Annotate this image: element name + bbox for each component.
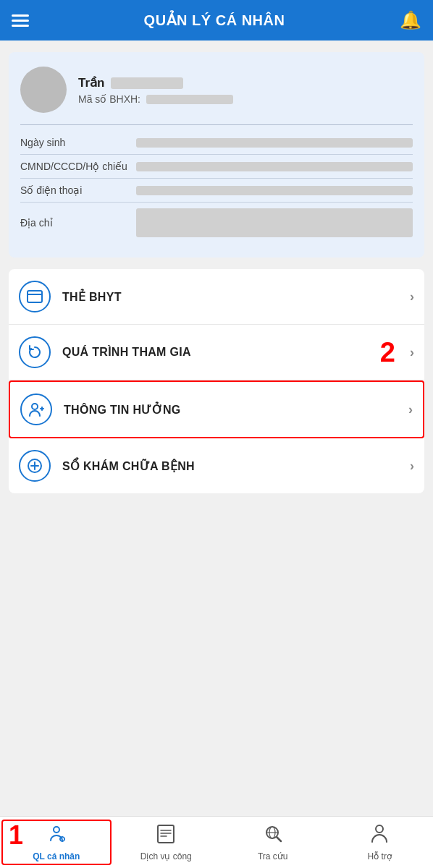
svg-point-2 (32, 404, 38, 409)
chevron-icon: › (408, 402, 413, 417)
tab-label-dich-vu-cong: Dịch vụ công (140, 851, 192, 861)
chevron-icon: › (410, 459, 414, 474)
tab-dich-vu-cong[interactable]: Dịch vụ công (113, 817, 220, 868)
profile-row-ngày-sinh: Ngày sinh (20, 131, 413, 155)
svg-rect-0 (28, 291, 42, 302)
profile-name: Trần (78, 75, 413, 90)
svg-point-22 (376, 825, 383, 833)
profile-row-số-điện-thoại: Số điện thoại (20, 179, 413, 203)
menu-item-so-kham[interactable]: SỔ KHÁM CHỮA BỆNH› (9, 438, 424, 493)
tab-icon-ho-tro (370, 823, 389, 848)
chevron-icon: › (410, 345, 414, 360)
tab-tra-cuu[interactable]: Tra cứu (219, 817, 327, 868)
menu-label-the-bhyt: THẺ BHYT (62, 290, 410, 304)
profile-row-địa-chỉ: Địa chỉ (20, 203, 413, 243)
tab-icon-ql-ca-nhan (46, 823, 67, 848)
menu-icon-thong-tin-huong (20, 393, 52, 425)
field-value-blur (136, 162, 413, 171)
field-value-blur (136, 186, 413, 195)
profile-row-cmnd-cccd-hộ-chiếu: CMND/CCCD/Hộ chiếu (20, 155, 413, 179)
field-value-blur (136, 138, 413, 148)
profile-divider (20, 124, 413, 125)
menu-items-container: THẺ BHYT›QUÁ TRÌNH THAM GIA2›THÔNG TIN H… (9, 269, 424, 493)
tab-label-ql-ca-nhan: QL cá nhân (33, 851, 80, 861)
page-title: QUẢN LÝ CÁ NHÂN (144, 12, 285, 29)
field-label: Ngày sinh (20, 137, 136, 148)
field-value-blur (136, 208, 413, 237)
menu-item-qua-trinh[interactable]: QUÁ TRÌNH THAM GIA2› (9, 325, 424, 380)
tab-icon-tra-cuu (263, 823, 283, 848)
svg-point-8 (54, 827, 59, 833)
bell-icon[interactable]: 🔔 (400, 10, 421, 30)
field-label: Số điện thoại (20, 184, 136, 196)
tab-bar: 1QL cá nhânDịch vụ côngTra cứuHỗ trợ (0, 816, 433, 868)
profile-fields: Ngày sinhCMND/CCCD/Hộ chiếuSố điện thoại… (20, 131, 413, 243)
profile-card: Trần Mã số BHXH: Ngày sinhCMND/CCCD/Hộ c… (9, 52, 424, 258)
menu-icon-so-kham (19, 450, 51, 482)
svg-line-19 (277, 837, 281, 841)
tab-badge-1: 1 (9, 822, 23, 848)
menu-label-so-kham: SỔ KHÁM CHỮA BỆNH (62, 459, 410, 473)
bhxh-value-blur (146, 95, 233, 104)
svg-rect-14 (158, 825, 174, 843)
menu-icon-the-bhyt (19, 281, 51, 312)
hamburger-menu[interactable] (12, 14, 29, 27)
menu-label-thong-tin-huong: THÔNG TIN HƯỞNG (64, 403, 408, 417)
tab-label-ho-tro: Hỗ trợ (368, 851, 392, 861)
menu-label-qua-trinh: QUÁ TRÌNH THAM GIA (62, 346, 410, 359)
header: QUẢN LÝ CÁ NHÂN 🔔 (0, 0, 433, 41)
tab-icon-dich-vu-cong (156, 823, 175, 848)
field-label: CMND/CCCD/Hộ chiếu (20, 161, 136, 172)
tab-ho-tro[interactable]: Hỗ trợ (327, 817, 434, 868)
tab-label-tra-cuu: Tra cứu (258, 851, 288, 861)
chevron-icon: › (410, 289, 414, 305)
menu-icon-qua-trinh (19, 336, 51, 368)
profile-bhxh: Mã số BHXH: (78, 93, 413, 105)
profile-top: Trần Mã số BHXH: (20, 67, 413, 113)
field-label: Địa chỉ (20, 217, 136, 229)
avatar (20, 67, 67, 113)
profile-name-blur (111, 77, 183, 89)
badge-qua-trinh: 2 (380, 339, 395, 366)
menu-item-thong-tin-huong[interactable]: THÔNG TIN HƯỞNG› (9, 380, 424, 438)
menu-list: THẺ BHYT›QUÁ TRÌNH THAM GIA2›THÔNG TIN H… (9, 269, 424, 493)
profile-info: Trần Mã số BHXH: (78, 75, 413, 105)
menu-item-the-bhyt[interactable]: THẺ BHYT› (9, 269, 424, 325)
tab-ql-ca-nhan[interactable]: 1QL cá nhân (1, 820, 112, 865)
